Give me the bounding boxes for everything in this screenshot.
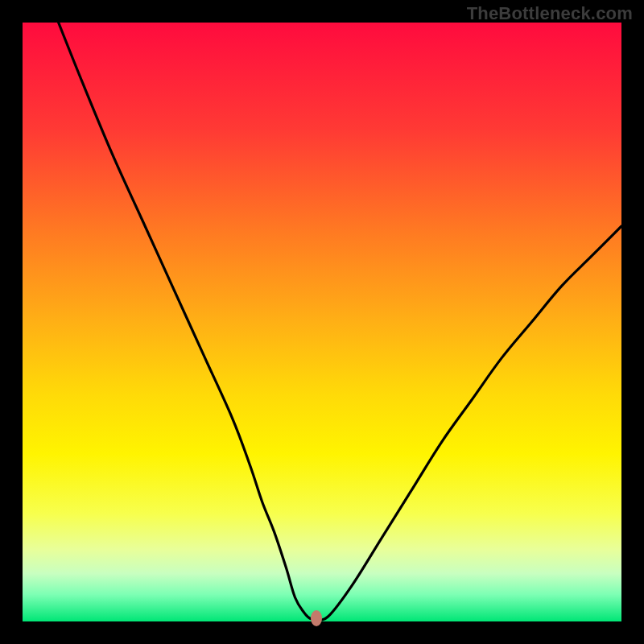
chart-container: TheBottleneck.com bbox=[0, 0, 644, 644]
marker-dot bbox=[311, 610, 322, 626]
watermark-text: TheBottleneck.com bbox=[467, 3, 633, 24]
bottleneck-curve bbox=[23, 23, 621, 621]
plot-area bbox=[23, 23, 621, 621]
